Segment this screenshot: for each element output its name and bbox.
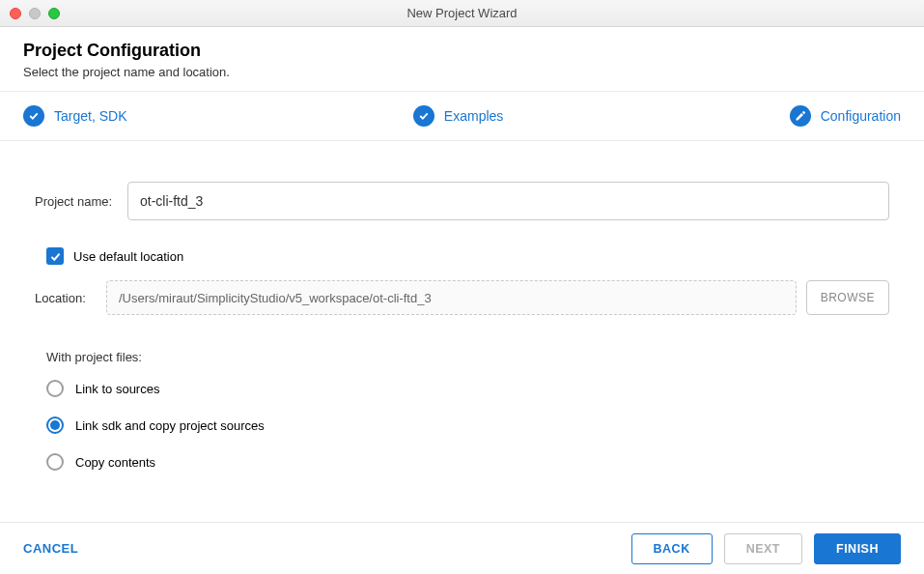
close-window-icon[interactable] bbox=[10, 8, 21, 19]
checkbox-checked-icon bbox=[46, 247, 64, 265]
window-titlebar: New Project Wizard bbox=[0, 0, 924, 27]
page-subtitle: Select the project name and location. bbox=[23, 65, 901, 79]
page-title: Project Configuration bbox=[23, 41, 901, 61]
back-button[interactable]: BACK bbox=[631, 533, 713, 564]
wizard-footer: CANCEL BACK NEXT FINISH bbox=[0, 522, 924, 574]
zoom-window-icon[interactable] bbox=[48, 8, 60, 19]
step-label: Configuration bbox=[821, 108, 901, 124]
check-icon bbox=[413, 105, 434, 127]
radio-label: Link to sources bbox=[75, 382, 159, 396]
wizard-header: Project Configuration Select the project… bbox=[0, 27, 924, 92]
checkbox-label: Use default location bbox=[73, 249, 183, 264]
wizard-steps: Target, SDK Examples Configuration bbox=[0, 92, 924, 141]
radio-label: Copy contents bbox=[75, 455, 155, 470]
browse-button[interactable]: BROWSE bbox=[806, 280, 889, 315]
step-target-sdk[interactable]: Target, SDK bbox=[23, 105, 126, 127]
radio-link-sdk-copy-sources[interactable]: Link sdk and copy project sources bbox=[46, 416, 889, 434]
radio-label: Link sdk and copy project sources bbox=[75, 418, 265, 433]
radio-checked-icon bbox=[46, 416, 64, 434]
use-default-location-checkbox[interactable]: Use default location bbox=[46, 247, 889, 265]
wizard-content: Project name: Use default location Locat… bbox=[0, 141, 924, 490]
location-label: Location: bbox=[35, 291, 97, 305]
radio-copy-contents[interactable]: Copy contents bbox=[46, 453, 889, 471]
step-configuration[interactable]: Configuration bbox=[790, 105, 901, 127]
check-icon bbox=[23, 105, 44, 127]
next-button: NEXT bbox=[724, 533, 802, 564]
location-input bbox=[106, 280, 797, 315]
radio-link-to-sources[interactable]: Link to sources bbox=[46, 380, 889, 397]
project-files-radio-group: Link to sources Link sdk and copy projec… bbox=[46, 380, 889, 471]
finish-button[interactable]: FINISH bbox=[814, 533, 901, 564]
pencil-icon bbox=[790, 105, 811, 127]
minimize-window-icon[interactable] bbox=[29, 8, 41, 19]
with-project-files-label: With project files: bbox=[46, 350, 889, 364]
step-examples[interactable]: Examples bbox=[413, 105, 503, 127]
step-label: Target, SDK bbox=[54, 108, 126, 124]
traffic-lights bbox=[0, 8, 60, 19]
cancel-button[interactable]: CANCEL bbox=[23, 541, 78, 556]
radio-unchecked-icon bbox=[46, 453, 64, 471]
project-name-input[interactable] bbox=[127, 182, 889, 220]
project-name-label: Project name: bbox=[35, 194, 127, 209]
step-label: Examples bbox=[444, 108, 503, 124]
window-title: New Project Wizard bbox=[0, 6, 924, 20]
radio-unchecked-icon bbox=[46, 380, 64, 397]
